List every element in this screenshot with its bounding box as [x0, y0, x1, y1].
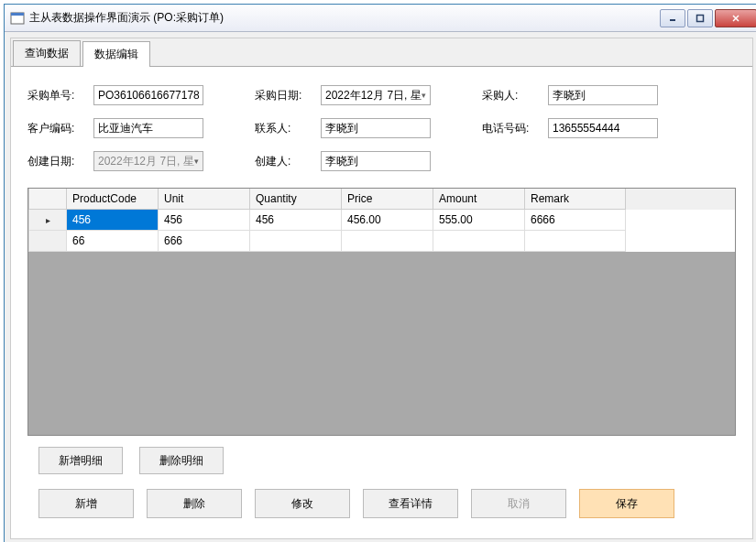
- add-button[interactable]: 新增: [38, 489, 134, 518]
- cell-remark[interactable]: 6666: [525, 210, 626, 231]
- label-po-date: 采购日期:: [255, 88, 313, 103]
- cell-price[interactable]: [342, 231, 433, 252]
- cancel-button[interactable]: 取消: [471, 489, 566, 518]
- label-creator: 创建人:: [255, 154, 313, 169]
- tab-body: 采购单号: 采购日期: 2022年12月 7日, 星▾ 采购人: 客户编码: 联…: [11, 67, 752, 538]
- table-row[interactable]: ▸ 456 456 456 456.00 555.00 6666: [28, 210, 735, 231]
- input-create-date: 2022年12月 7日, 星▾: [93, 151, 203, 171]
- label-contact: 联系人:: [255, 121, 313, 136]
- tab-strip: 查询数据 数据编辑: [11, 38, 752, 67]
- view-button[interactable]: 查看详情: [363, 489, 458, 518]
- window-buttons: [660, 9, 756, 27]
- form-row-2: 客户编码: 联系人: 电话号码:: [27, 118, 736, 138]
- cell-remark[interactable]: [525, 231, 626, 252]
- label-buyer: 采购人:: [482, 88, 541, 103]
- chevron-down-icon: ▾: [194, 157, 199, 166]
- row-indicator: [28, 231, 67, 252]
- window-title: 主从表数据操作界面演示 (PO:采购订单): [29, 10, 660, 26]
- input-po-no[interactable]: [93, 85, 203, 105]
- detail-buttons: 新增明细 删除明细: [27, 436, 736, 476]
- label-phone: 电话号码:: [482, 121, 541, 136]
- main-buttons: 新增 删除 修改 查看详情 取消 保存: [27, 476, 736, 529]
- col-price[interactable]: Price: [342, 189, 433, 210]
- delete-detail-button[interactable]: 删除明细: [139, 447, 224, 474]
- app-icon: [10, 11, 25, 26]
- maximize-button[interactable]: [687, 9, 713, 27]
- input-phone[interactable]: [548, 118, 658, 138]
- col-amount[interactable]: Amount: [433, 189, 525, 210]
- label-customer-code: 客户编码:: [27, 121, 86, 136]
- cell-price[interactable]: 456.00: [342, 210, 433, 231]
- content-area: 查询数据 数据编辑 采购单号: 采购日期: 2022年12月 7日, 星▾ 采购…: [10, 38, 753, 539]
- col-unit[interactable]: Unit: [159, 189, 250, 210]
- row-indicator: ▸: [28, 210, 67, 231]
- form-row-1: 采购单号: 采购日期: 2022年12月 7日, 星▾ 采购人:: [27, 85, 736, 105]
- input-buyer[interactable]: [548, 85, 658, 105]
- label-create-date: 创建日期:: [27, 154, 86, 169]
- tab-query[interactable]: 查询数据: [13, 40, 81, 66]
- titlebar: 主从表数据操作界面演示 (PO:采购订单): [5, 5, 756, 32]
- cell-unit[interactable]: 456: [159, 210, 250, 231]
- grid-header: ProductCode Unit Quantity Price Amount R…: [28, 189, 735, 210]
- cell-product-code[interactable]: 66: [67, 231, 159, 252]
- add-detail-button[interactable]: 新增明细: [38, 447, 123, 474]
- cell-amount[interactable]: 555.00: [433, 210, 525, 231]
- main-window: 主从表数据操作界面演示 (PO:采购订单) 查询数据 数据编辑 采购单号: 采购…: [4, 4, 756, 542]
- modify-button[interactable]: 修改: [255, 489, 350, 518]
- svg-rect-3: [697, 15, 704, 21]
- detail-grid[interactable]: ProductCode Unit Quantity Price Amount R…: [27, 188, 736, 436]
- cell-amount[interactable]: [433, 231, 525, 252]
- minimize-button[interactable]: [660, 9, 685, 27]
- col-product-code[interactable]: ProductCode: [67, 189, 159, 210]
- input-contact[interactable]: [321, 118, 431, 138]
- close-button[interactable]: [715, 9, 756, 27]
- cell-unit[interactable]: 666: [159, 231, 250, 252]
- delete-button[interactable]: 删除: [147, 489, 242, 518]
- col-selector[interactable]: [28, 189, 67, 210]
- input-creator[interactable]: [321, 151, 431, 171]
- cell-quantity[interactable]: [250, 231, 342, 252]
- chevron-down-icon: ▾: [422, 91, 426, 100]
- table-row[interactable]: 66 666: [28, 231, 735, 252]
- label-po-no: 采购单号:: [27, 88, 86, 103]
- save-button[interactable]: 保存: [579, 489, 674, 518]
- col-quantity[interactable]: Quantity: [250, 189, 342, 210]
- col-remark[interactable]: Remark: [525, 189, 626, 210]
- svg-rect-1: [11, 13, 24, 16]
- form-row-3: 创建日期: 2022年12月 7日, 星▾ 创建人:: [27, 151, 736, 171]
- tab-edit[interactable]: 数据编辑: [82, 41, 150, 67]
- input-customer-code[interactable]: [93, 118, 203, 138]
- cell-quantity[interactable]: 456: [250, 210, 342, 231]
- cell-product-code[interactable]: 456: [67, 210, 159, 231]
- input-po-date[interactable]: 2022年12月 7日, 星▾: [321, 85, 431, 105]
